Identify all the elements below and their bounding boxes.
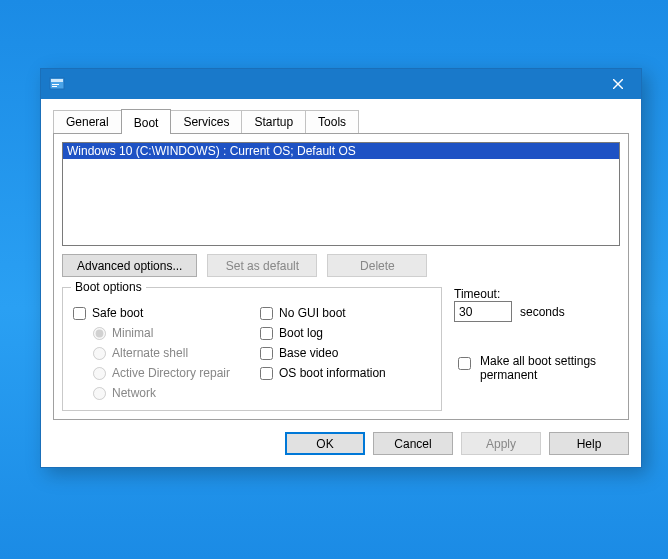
timeout-unit: seconds bbox=[520, 305, 565, 319]
ok-button[interactable]: OK bbox=[285, 432, 365, 455]
tab-startup[interactable]: Startup bbox=[241, 110, 306, 133]
no-gui-label: No GUI boot bbox=[279, 306, 346, 320]
base-video-checkbox[interactable]: Base video bbox=[260, 346, 431, 360]
msconfig-window: General Boot Services Startup Tools Wind… bbox=[40, 68, 642, 468]
base-video-label: Base video bbox=[279, 346, 338, 360]
close-icon bbox=[613, 79, 623, 89]
advanced-options-button[interactable]: Advanced options... bbox=[62, 254, 197, 277]
make-permanent-label: Make all boot settings permanent bbox=[480, 354, 620, 382]
tab-services[interactable]: Services bbox=[170, 110, 242, 133]
make-permanent-input[interactable] bbox=[458, 357, 471, 370]
delete-button: Delete bbox=[327, 254, 427, 277]
boot-options-group: Boot options Safe boot Minimal bbox=[62, 287, 442, 411]
svg-rect-3 bbox=[52, 86, 57, 87]
radio-minimal-input bbox=[93, 327, 106, 340]
timeout-row: seconds bbox=[454, 301, 620, 322]
tab-panel-boot: Windows 10 (C:\WINDOWS) : Current OS; De… bbox=[53, 133, 629, 420]
radio-ad-repair: Active Directory repair bbox=[93, 366, 244, 380]
svg-rect-2 bbox=[52, 84, 59, 85]
boot-options-col2: No GUI boot Boot log Base video OS bbox=[260, 306, 431, 400]
make-permanent-checkbox[interactable]: Make all boot settings permanent bbox=[454, 354, 620, 382]
set-default-button: Set as default bbox=[207, 254, 317, 277]
os-info-label: OS boot information bbox=[279, 366, 386, 380]
boot-log-label: Boot log bbox=[279, 326, 323, 340]
tab-strip: General Boot Services Startup Tools bbox=[53, 109, 629, 133]
boot-options-col1: Safe boot Minimal Alternate shell bbox=[73, 306, 244, 400]
radio-network: Network bbox=[93, 386, 244, 400]
safe-boot-checkbox[interactable]: Safe boot bbox=[73, 306, 244, 320]
boot-entries-list[interactable]: Windows 10 (C:\WINDOWS) : Current OS; De… bbox=[62, 142, 620, 246]
boot-log-checkbox[interactable]: Boot log bbox=[260, 326, 431, 340]
help-button[interactable]: Help bbox=[549, 432, 629, 455]
cancel-button[interactable]: Cancel bbox=[373, 432, 453, 455]
boot-list-buttons: Advanced options... Set as default Delet… bbox=[62, 254, 620, 277]
titlebar[interactable] bbox=[41, 69, 641, 99]
radio-network-input bbox=[93, 387, 106, 400]
apply-button: Apply bbox=[461, 432, 541, 455]
boot-options-legend: Boot options bbox=[71, 280, 146, 294]
os-info-input[interactable] bbox=[260, 367, 273, 380]
os-info-checkbox[interactable]: OS boot information bbox=[260, 366, 431, 380]
radio-alt-shell: Alternate shell bbox=[93, 346, 244, 360]
tab-tools[interactable]: Tools bbox=[305, 110, 359, 133]
boot-entry[interactable]: Windows 10 (C:\WINDOWS) : Current OS; De… bbox=[63, 143, 619, 159]
radio-alt-shell-input bbox=[93, 347, 106, 360]
right-column: Timeout: seconds Make all boot settings … bbox=[454, 287, 620, 411]
tab-boot[interactable]: Boot bbox=[121, 109, 172, 134]
safe-boot-radios: Minimal Alternate shell Active Directory… bbox=[93, 326, 244, 400]
svg-rect-1 bbox=[51, 79, 63, 82]
radio-alt-shell-label: Alternate shell bbox=[112, 346, 188, 360]
radio-ad-repair-label: Active Directory repair bbox=[112, 366, 230, 380]
boot-log-input[interactable] bbox=[260, 327, 273, 340]
safe-boot-input[interactable] bbox=[73, 307, 86, 320]
no-gui-checkbox[interactable]: No GUI boot bbox=[260, 306, 431, 320]
lower-section: Boot options Safe boot Minimal bbox=[62, 287, 620, 411]
safe-boot-label: Safe boot bbox=[92, 306, 143, 320]
timeout-label: Timeout: bbox=[454, 287, 620, 301]
dialog-buttons: OK Cancel Apply Help bbox=[53, 432, 629, 455]
close-button[interactable] bbox=[595, 69, 641, 99]
timeout-input[interactable] bbox=[454, 301, 512, 322]
tab-general[interactable]: General bbox=[53, 110, 122, 133]
radio-network-label: Network bbox=[112, 386, 156, 400]
radio-minimal-label: Minimal bbox=[112, 326, 153, 340]
client-area: General Boot Services Startup Tools Wind… bbox=[41, 99, 641, 467]
base-video-input[interactable] bbox=[260, 347, 273, 360]
timeout-block: Timeout: seconds bbox=[454, 287, 620, 322]
app-icon bbox=[49, 76, 65, 92]
no-gui-input[interactable] bbox=[260, 307, 273, 320]
radio-ad-repair-input bbox=[93, 367, 106, 380]
radio-minimal: Minimal bbox=[93, 326, 244, 340]
